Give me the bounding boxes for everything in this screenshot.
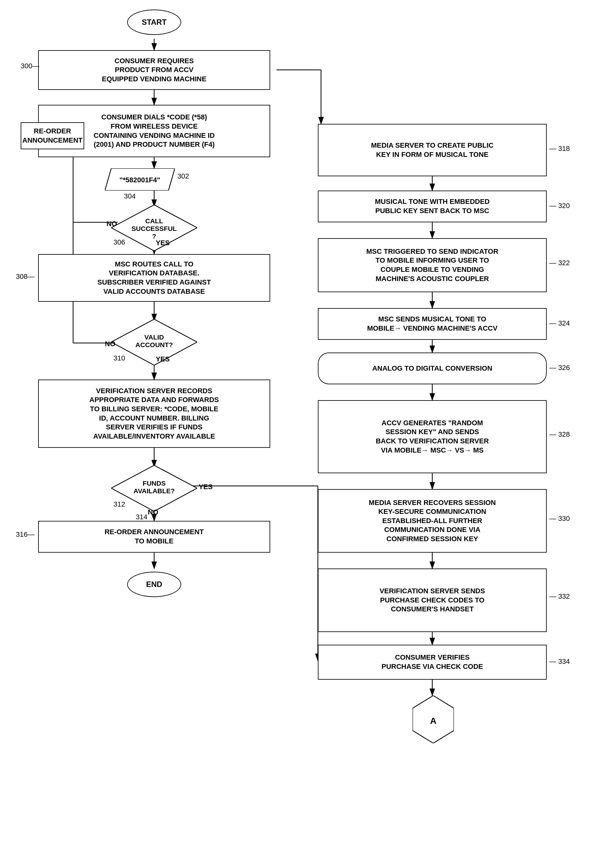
svg-text:FUNDS: FUNDS: [143, 479, 166, 487]
parallelogram-code: "*582001F4": [105, 168, 175, 191]
end-oval: END: [127, 572, 181, 597]
yes-label-306: YES: [156, 239, 170, 247]
svg-text:CALL: CALL: [145, 217, 163, 224]
no-label-312: NO: [148, 508, 158, 516]
ref-328: — 328: [549, 430, 570, 439]
ref-334: — 334: [549, 657, 570, 666]
end-label: END: [146, 580, 162, 589]
ref-318: — 318: [549, 144, 570, 153]
start-label: START: [142, 18, 167, 27]
ref-316: 316—: [16, 530, 35, 539]
box-musical-tone-msc: MUSICAL TONE WITH EMBEDDEDPUBLIC KEY SEN…: [318, 191, 547, 222]
connector-a: A: [413, 696, 454, 744]
box-verification-sends-codes: VERIFICATION SERVER SENDSPURCHASE CHECK …: [318, 569, 547, 632]
box-accv-generates: ACCV GENERATES "RANDOMSESSION KEY" AND S…: [318, 400, 547, 473]
ref-330: — 330: [549, 514, 570, 523]
svg-text:SUCCESSFUL: SUCCESSFUL: [132, 225, 177, 232]
start-oval: START: [127, 9, 181, 35]
box-verification-records: VERIFICATION SERVER RECORDSAPPROPRIATE D…: [38, 379, 270, 448]
box-msc-routes: MSC ROUTES CALL TOVERIFICATION DATABASE.…: [38, 254, 270, 302]
ref-332: — 332: [549, 592, 570, 600]
box-msc-sends-tone: MSC SENDS MUSICAL TONE TOMOBILE→ VENDING…: [318, 308, 547, 340]
yes-label-312: YES: [199, 483, 213, 491]
svg-text:"*582001F4": "*582001F4": [119, 176, 160, 184]
ref-326: — 326: [549, 363, 570, 372]
ref-320: — 320: [549, 202, 570, 210]
box-analog-digital: ANALOG TO DIGITAL CONVERSION: [318, 353, 547, 384]
ref-308: 308—: [16, 273, 35, 281]
reorder-announcement-left: RE-ORDERANNOUNCEMENT: [20, 122, 84, 149]
ref-302: 302: [178, 172, 189, 180]
ref-314: 314: [136, 513, 148, 521]
ref-304: 304: [124, 192, 136, 201]
ref-310: 310: [113, 354, 125, 362]
svg-text:ACCOUNT?: ACCOUNT?: [135, 341, 173, 348]
box-media-server-recovers: MEDIA SERVER RECOVERS SESSIONKEY-SECURE …: [318, 489, 547, 553]
no-label-306: NO: [107, 220, 117, 228]
ref-324: — 324: [549, 319, 570, 327]
ref-312: 312: [113, 500, 125, 508]
box-consumer-requires: CONSUMER REQUIRESPRODUCT FROM ACCVEQUIPP…: [38, 50, 270, 90]
no-label-310: NO: [105, 340, 115, 348]
box-consumer-verifies: CONSUMER VERIFIESPURCHASE VIA CHECK CODE: [318, 645, 547, 680]
ref-300: 300—: [20, 62, 39, 70]
yes-label-310: YES: [156, 355, 170, 363]
box-msc-triggered: MSC TRIGGERED TO SEND INDICATORTO MOBILE…: [318, 238, 547, 292]
box-reorder-mobile: RE-ORDER ANNOUNCEMENTTO MOBILE: [38, 521, 270, 553]
svg-text:VALID: VALID: [144, 334, 164, 341]
box-media-server-create: MEDIA SERVER TO CREATE PUBLICKEY IN FORM…: [318, 124, 547, 176]
ref-306: 306: [113, 238, 125, 246]
svg-text:AVAILABLE?: AVAILABLE?: [134, 487, 175, 495]
box-consumer-requires-text: CONSUMER REQUIRESPRODUCT FROM ACCVEQUIPP…: [102, 56, 207, 84]
diagram-container: START CONSUMER REQUIRESPRODUCT FROM ACCV…: [0, 0, 616, 868]
svg-text:A: A: [430, 716, 437, 726]
ref-322: — 322: [549, 259, 570, 267]
